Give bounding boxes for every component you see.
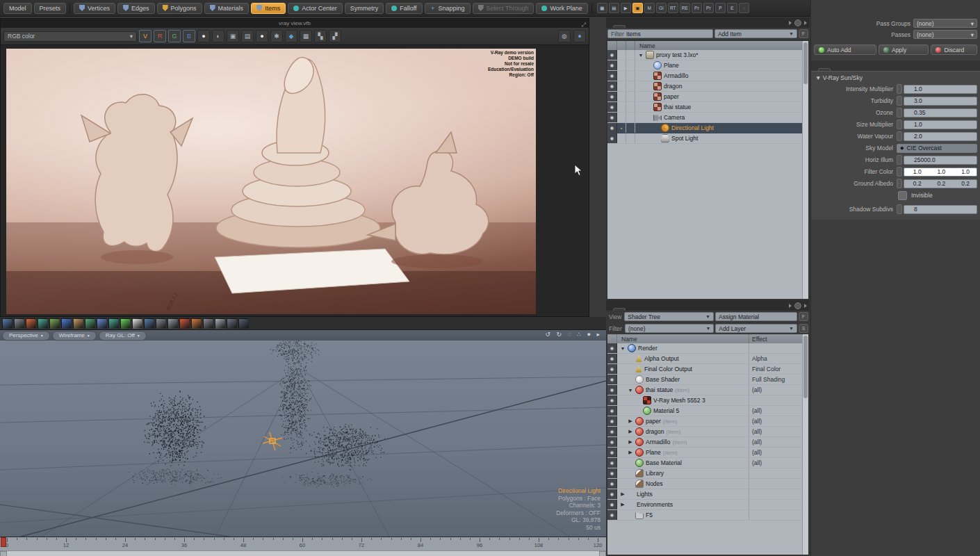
visibility-cell[interactable] — [607, 354, 617, 363]
visibility-cell[interactable] — [607, 123, 617, 133]
lock-cell[interactable] — [626, 81, 635, 91]
vfb-info-icon[interactable]: ● — [573, 30, 586, 42]
item-list-tab[interactable] — [613, 25, 626, 28]
shader-tree-tab[interactable] — [626, 309, 637, 311]
toolbar-file-button[interactable]: Model — [3, 3, 32, 14]
toolbar-icon-button[interactable]: ▶ — [621, 3, 631, 13]
visibility-cell[interactable] — [607, 500, 617, 509]
vfb-tool-icon[interactable]: ● — [197, 30, 210, 42]
visibility-cell[interactable] — [607, 468, 617, 478]
viewport-tool-icon[interactable] — [73, 318, 83, 329]
discard-button[interactable]: Discard — [931, 44, 977, 55]
water-vapour-field[interactable]: 2.0 — [904, 132, 977, 141]
item-row[interactable]: Armadillo — [607, 71, 808, 81]
shader-row[interactable]: Library — [607, 468, 808, 479]
viewport-tool-icon[interactable] — [2, 318, 13, 329]
viewport-tool-icon[interactable] — [203, 318, 213, 329]
vfb-tool-icon[interactable]: ◆ — [285, 30, 297, 42]
viewport-tool-icon[interactable] — [191, 318, 202, 329]
visibility-cell[interactable] — [607, 427, 617, 436]
item-list-f-button[interactable]: F — [799, 29, 808, 38]
shader-row[interactable]: F5 — [607, 510, 808, 521]
shader-tree-tab[interactable] — [648, 309, 659, 311]
lock-cell[interactable] — [626, 113, 635, 122]
item-row[interactable]: ▪ Directional Light — [607, 123, 808, 133]
toolbar-mode-button[interactable]: Select Through — [473, 3, 534, 14]
visibility-cell[interactable] — [607, 510, 617, 520]
pass-groups-dropdown[interactable]: (none)▾ — [913, 19, 977, 28]
timeline-scrollbar[interactable] — [0, 550, 606, 556]
expander-icon[interactable]: ▼ — [620, 346, 626, 351]
visibility-cell[interactable] — [607, 385, 617, 395]
vfb-tool-icon[interactable]: B — [183, 30, 195, 42]
vfb-tool-icon[interactable]: ▦ — [300, 30, 312, 42]
toolbar-icon-button[interactable]: Pr — [692, 3, 702, 13]
viewport-mode-dropdown[interactable]: Perspective▾ — [2, 331, 50, 341]
expander-icon[interactable]: ▶ — [628, 439, 633, 445]
vfb-settings-icon[interactable]: ◍ — [558, 30, 571, 42]
shader-row[interactable]: Nodes — [607, 479, 808, 489]
effect-cell[interactable]: (all) — [749, 458, 808, 468]
viewport-tool-icon[interactable] — [85, 318, 95, 329]
lock-cell[interactable] — [626, 50, 635, 60]
viewport-tool-icon[interactable] — [14, 318, 24, 329]
shader-row[interactable]: Final Color Output Final Color — [607, 364, 808, 375]
toolbar-icon-button[interactable]: RE — [680, 3, 690, 13]
item-filter-input[interactable]: Filter Items — [607, 29, 713, 38]
viewport-tool-icon[interactable] — [120, 318, 131, 329]
expander-icon[interactable]: ▶ — [628, 450, 633, 455]
item-list-header[interactable]: Name — [607, 41, 808, 50]
visibility-cell[interactable] — [607, 416, 617, 426]
viewport-tool-icon[interactable] — [49, 318, 60, 329]
shader-row[interactable]: ▶ paper (Item) (all) — [607, 416, 808, 427]
flag-cell[interactable] — [617, 71, 626, 81]
vfb-tool-icon[interactable]: ▤ — [241, 30, 254, 42]
toolbar-icon-button[interactable]: M — [644, 3, 655, 13]
vfb-tool-icon[interactable]: ▞ — [329, 30, 341, 42]
panel-gear-icon[interactable] — [794, 19, 801, 26]
shader-tree-header[interactable]: Name Effect — [607, 334, 808, 343]
shadow-subdivs-field[interactable]: 8 — [904, 205, 977, 214]
size-multiplier-field[interactable]: 1.0 — [904, 120, 977, 129]
filter-color-field[interactable]: 1.0 1.0 1.0 — [904, 167, 977, 177]
assign-material-button[interactable]: Assign Material — [715, 312, 797, 321]
shader-row[interactable]: ▶ Plane (Item) (all) — [607, 448, 808, 458]
shader-row[interactable]: Material 5 (all) — [607, 406, 808, 416]
lock-cell[interactable] — [626, 102, 635, 112]
properties-tab[interactable] — [842, 69, 853, 71]
visibility-cell[interactable] — [607, 50, 617, 60]
toolbar-icon-button[interactable]: ▣ — [632, 3, 643, 13]
lock-cell[interactable] — [626, 133, 635, 143]
item-list-scrollbar[interactable] — [802, 41, 808, 299]
panel-arrow-icon[interactable] — [789, 21, 792, 25]
ozone-field[interactable]: 0.35 — [904, 108, 977, 117]
effect-cell[interactable]: (all) — [749, 416, 808, 426]
expander-icon[interactable]: ▶ — [620, 502, 626, 507]
panel-gear-icon[interactable] — [794, 302, 801, 309]
add-item-dropdown[interactable]: Add Item▼ — [714, 29, 797, 38]
viewport-tool-icon[interactable] — [156, 318, 166, 329]
shader-tree-tab[interactable] — [613, 308, 626, 311]
vfb-tool-icon[interactable]: R — [154, 30, 166, 42]
visibility-cell[interactable] — [607, 133, 617, 143]
visibility-cell[interactable] — [607, 60, 617, 70]
lock-cell[interactable] — [626, 123, 635, 133]
lock-cell[interactable] — [626, 92, 635, 101]
toolbar-mode-button[interactable]: Vertices — [74, 3, 115, 14]
add-layer-dropdown[interactable]: Add Layer▼ — [715, 324, 797, 333]
lock-cell[interactable] — [626, 71, 635, 81]
viewport-tool-icon[interactable] — [168, 318, 178, 329]
visibility-cell[interactable] — [607, 81, 617, 91]
shader-row[interactable]: ▼ Render — [607, 343, 808, 354]
panel-arrow-icon[interactable] — [789, 304, 792, 308]
vfb-tool-icon[interactable]: ▚ — [314, 30, 327, 42]
vray-sunsky-section-header[interactable]: ▼ V-Ray Sun/Sky — [811, 72, 980, 83]
timeline-scroll-left[interactable] — [0, 551, 7, 556]
visibility-cell[interactable] — [607, 437, 617, 447]
effect-cell[interactable] — [749, 343, 808, 353]
viewport-tool-icon[interactable] — [179, 318, 190, 329]
viewport-tool-icon[interactable] — [227, 318, 237, 329]
viewport-tool-icon[interactable] — [238, 318, 249, 329]
effect-cell[interactable]: (all) — [749, 448, 808, 457]
apply-button[interactable]: Apply — [879, 44, 929, 55]
